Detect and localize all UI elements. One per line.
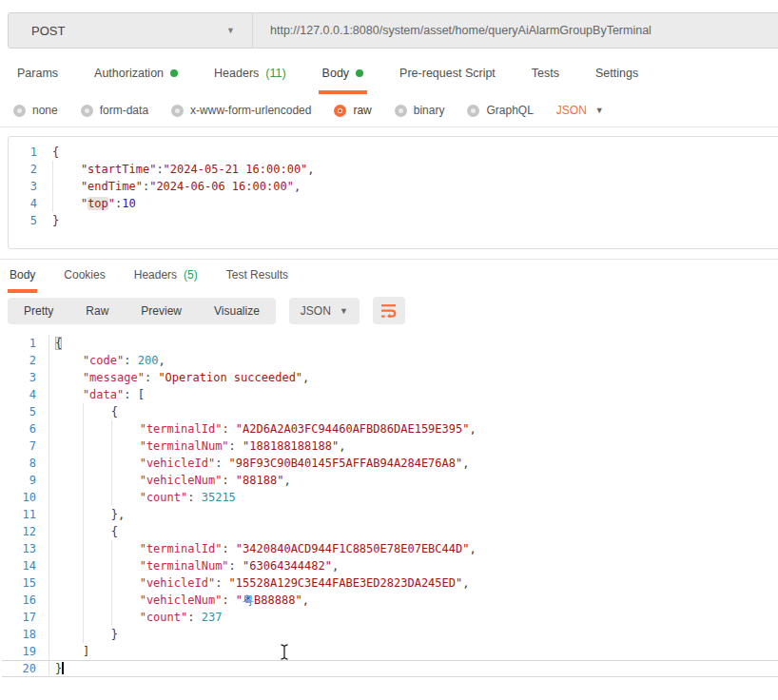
code-content[interactable]: "count": 237 [55,609,778,626]
code-token: , [283,474,290,487]
response-tab-headers[interactable]: Headers(5) [132,268,200,293]
body-type-none[interactable]: none [13,104,58,117]
chevron-down-icon: ▼ [595,106,604,115]
code-content[interactable]: } [55,626,778,643]
code-content[interactable]: "code": 200, [55,352,778,369]
gutter-divider [36,540,49,557]
url-input[interactable]: http://127.0.0.1:8080/system/asset/home/… [253,13,652,48]
tab-label: Headers [214,67,259,80]
radio-label: binary [414,104,445,117]
tab-label: Params [17,67,58,80]
gutter-divider [37,212,52,229]
body-type-graphql[interactable]: GraphQL [467,104,533,117]
view-visualize[interactable]: Visualize [198,298,276,324]
code-token: "startTime" [81,163,156,176]
view-preview[interactable]: Preview [125,298,198,324]
code-content[interactable]: "data": [ [55,386,778,403]
tab-label: Authorization [94,67,164,80]
code-content[interactable]: "terminalNum": "188188188188", [55,438,778,455]
code-token: , [302,371,309,384]
tab-headers[interactable]: Headers(11) [210,67,290,94]
response-tab-body[interactable]: Body [8,268,37,293]
code-content[interactable]: ] [55,643,778,660]
code-content[interactable]: "terminalId": "3420840ACD944F1C8850E78E0… [55,540,778,557]
green-dot-icon [356,69,363,77]
response-tab-test-results[interactable]: Test Results [224,268,290,293]
code-content[interactable]: { [55,335,778,352]
code-token: "vehicleNum" [140,593,223,607]
code-token: "data" [83,388,124,401]
code-content[interactable]: "terminalNum": "63064344482", [55,557,778,574]
code-content[interactable]: { [55,403,778,420]
wrap-text-button[interactable] [373,297,405,324]
gutter-divider [37,178,52,195]
code-token: "terminalNum" [140,559,229,573]
body-type-raw[interactable]: raw [334,104,371,117]
response-tab-cookies[interactable]: Cookies [62,268,107,293]
gutter-divider [37,144,52,161]
body-language-select[interactable]: JSON▼ [556,104,604,117]
code-token: " [108,197,115,210]
tab-authorization[interactable]: Authorization [90,67,182,94]
response-body-editor[interactable]: 1{2"code": 200,3"message": "Operation su… [2,335,778,677]
code-line: 3"message": "Operation succeeded", [2,369,778,386]
tab-settings[interactable]: Settings [592,67,642,94]
body-type-form-data[interactable]: form-data [81,104,148,117]
code-token: : [145,371,158,384]
gutter-divider [36,352,49,369]
code-content[interactable]: }, [55,506,778,523]
tab-pre-request-script[interactable]: Pre-request Script [396,67,499,94]
code-content[interactable]: "endTime":"2024-06-06 16:00:00", [52,178,778,195]
tab-params[interactable]: Params [13,67,62,94]
gutter-divider [36,660,49,677]
view-pretty[interactable]: Pretty [8,298,69,324]
wrap-text-icon [380,303,397,318]
code-content[interactable]: } [52,212,778,229]
code-content[interactable]: "vehicleId": "98F93C90B40145F5AFFAB94A28… [55,455,778,472]
code-token: { [111,525,118,538]
code-line: 6"terminalId": "A2D6A2A03FC94460AFBD86DA… [2,420,778,438]
code-token: : [215,457,228,470]
code-line: 5} [9,212,778,229]
green-dot-icon [170,69,178,77]
code-token: , [294,180,301,193]
code-content[interactable]: } [55,660,778,677]
code-line: 7"terminalNum": "188188188188", [2,438,778,455]
code-line: 20} [2,660,778,677]
request-url-bar: POST ▼ http://127.0.0.1:8080/system/asse… [8,12,778,49]
request-body-editor[interactable]: 1{2"startTime":"2024-05-21 16:00:00",3"e… [8,136,778,249]
code-content[interactable]: "vehicleId": "15528A129C3E44FABE3ED2823D… [55,574,778,592]
code-content[interactable]: { [52,144,778,161]
body-type-x-www-form-urlencoded[interactable]: x-www-form-urlencoded [171,104,311,117]
gutter-divider [36,403,49,420]
code-content[interactable]: "message": "Operation succeeded", [55,369,778,386]
code-token: : [229,439,243,453]
line-number: 6 [2,420,36,438]
view-raw[interactable]: Raw [69,298,125,324]
code-content[interactable]: "startTime":"2024-05-21 16:00:00", [52,161,778,178]
code-token: : [215,576,228,590]
code-token: "88188" [236,474,284,487]
tab-tests[interactable]: Tests [528,67,563,94]
code-token: : [222,542,235,555]
code-content[interactable]: "top":10 [52,195,778,212]
code-content[interactable]: "count": 35215 [55,489,778,506]
gutter-divider [36,523,49,540]
body-language-label: JSON [556,104,587,117]
line-number: 18 [2,626,36,643]
body-type-selector: noneform-datax-www-form-urlencodedrawbin… [13,104,604,117]
code-content[interactable]: "terminalId": "A2D6A2A03FC94460AFBD86DAE… [55,420,778,438]
code-token: "count" [140,491,188,504]
code-content[interactable]: "vehicleNum": "粤B88888", [55,592,778,609]
tab-label: Settings [595,67,638,80]
radio-label: raw [353,104,371,117]
request-tabs: ParamsAuthorizationHeaders(11)BodyPre-re… [13,67,642,94]
method-selector[interactable]: POST ▼ [9,13,252,48]
code-token: "98F93C90B40145F5AFFAB94A284E76A8" [229,457,463,470]
response-language-select[interactable]: JSON ▼ [289,298,360,324]
code-content[interactable]: "vehicleNum": "88188", [55,472,778,489]
body-type-binary[interactable]: binary [395,104,445,117]
gutter-divider [36,626,49,643]
code-content[interactable]: { [55,523,778,540]
tab-body[interactable]: Body [319,67,368,94]
